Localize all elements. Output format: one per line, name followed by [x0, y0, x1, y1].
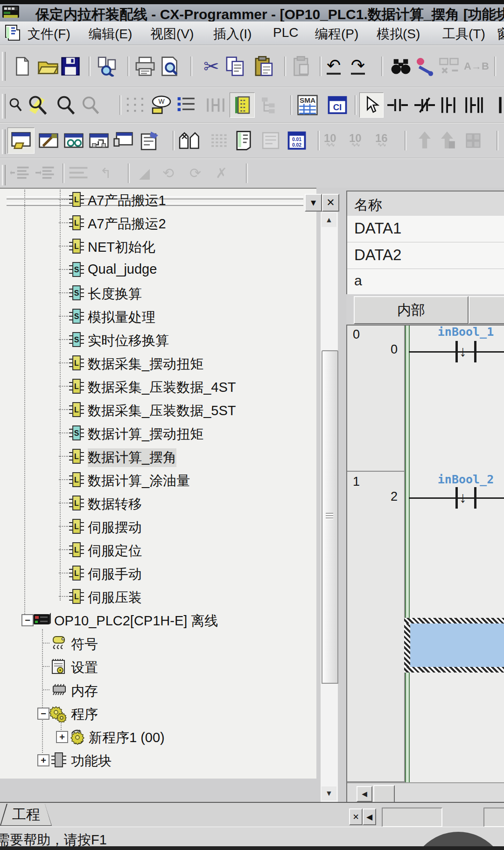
- scroll-left-button[interactable]: ◀: [357, 786, 372, 802]
- tree-item[interactable]: SQual_judge: [0, 258, 316, 281]
- prev-pane-button[interactable]: ◀: [363, 808, 376, 825]
- menu-plc[interactable]: PLC: [273, 25, 298, 40]
- collapse-toggle[interactable]: −: [21, 614, 34, 626]
- variable-row[interactable]: a: [347, 269, 504, 295]
- tree-item[interactable]: S模拟量处理: [0, 305, 316, 328]
- tree-item[interactable]: +新程序1 (00): [0, 725, 316, 748]
- set-mark-icon[interactable]: ◢: [139, 166, 150, 180]
- variable-row[interactable]: DATA1: [347, 216, 504, 242]
- h-scrollbar-thumb[interactable]: [373, 785, 395, 803]
- fb-parts-icon[interactable]: [177, 130, 200, 151]
- a-to-b-icon[interactable]: A→B: [464, 62, 489, 71]
- base-signed-decimal-icon[interactable]: 10∿∿: [349, 134, 362, 148]
- tree-item[interactable]: LA7产品搬运2: [0, 211, 316, 234]
- toolbar-handle[interactable]: [2, 129, 6, 154]
- selection-block[interactable]: [410, 623, 504, 667]
- paste-icon[interactable]: [254, 56, 274, 77]
- print-preview-icon[interactable]: [160, 56, 179, 77]
- tree-item[interactable]: L伺服手动: [0, 561, 316, 585]
- select-mode-icon[interactable]: [359, 92, 384, 118]
- zoom-out-icon[interactable]: [81, 95, 100, 115]
- new-vertical-closed-contact-icon[interactable]: [464, 96, 484, 114]
- tree-item[interactable]: L数据采集_压装数据_5ST: [0, 398, 316, 421]
- tree-item[interactable]: −程序: [0, 701, 316, 725]
- paste-special-icon[interactable]: [291, 56, 312, 77]
- menu-edit[interactable]: 编辑(E): [89, 25, 132, 43]
- mdi-child-icon[interactable]: [4, 24, 21, 44]
- new-closed-contact-icon[interactable]: [414, 96, 435, 114]
- toolbar-handle[interactable]: [2, 94, 6, 119]
- tab-next-partial[interactable]: [469, 296, 504, 324]
- open-file-icon[interactable]: [37, 57, 59, 76]
- zoom-edit-icon[interactable]: [27, 95, 49, 115]
- tree-item[interactable]: +功能块: [0, 748, 316, 772]
- compare-icon[interactable]: [439, 56, 459, 77]
- workspace-window-icon[interactable]: [7, 128, 35, 154]
- go-to-rung-icon[interactable]: ↰: [100, 166, 112, 180]
- menu-file[interactable]: 文件(F): [28, 25, 70, 43]
- find-icon[interactable]: [390, 57, 412, 76]
- tab-internal[interactable]: 内部: [354, 296, 469, 324]
- zoom-in-icon[interactable]: [56, 95, 76, 115]
- monitor-pause-icon[interactable]: [438, 130, 456, 151]
- show-comment-list-icon[interactable]: [176, 95, 197, 115]
- scroll-up-button[interactable]: ▲: [322, 213, 336, 227]
- io-comment-icon[interactable]: [233, 130, 254, 151]
- indent-rung-icon[interactable]: [35, 165, 55, 182]
- tree-item[interactable]: LNET初始化: [0, 234, 316, 258]
- menu-tools[interactable]: 工具(T): [442, 25, 485, 43]
- tree-item[interactable]: L伺服摆动: [0, 515, 316, 538]
- base-decimal-icon[interactable]: 10∿∿: [324, 134, 336, 148]
- variable-table-header[interactable]: 名称: [346, 191, 504, 217]
- tree-item[interactable]: −OP10_PLC2[CP1H-E] 离线: [0, 608, 316, 631]
- menu-insert[interactable]: 插入(I): [213, 25, 252, 43]
- address-reference-window-icon[interactable]: [113, 131, 133, 150]
- tree-item[interactable]: L数据采集_压装数据_4ST: [0, 375, 316, 398]
- tree-item[interactable]: S长度换算: [0, 281, 316, 305]
- clear-marks-icon[interactable]: ✗: [216, 166, 227, 180]
- tree-item[interactable]: L数据计算_涂油量: [0, 468, 316, 491]
- menu-program[interactable]: 编程(P): [315, 25, 358, 43]
- outdent-rung-icon[interactable]: [10, 165, 30, 182]
- tree-item[interactable]: LA7产品搬运1: [0, 188, 316, 211]
- cross-reference-window-icon[interactable]: [89, 131, 109, 150]
- smart-input-icon[interactable]: SMA: [297, 94, 318, 116]
- new-file-icon[interactable]: [13, 56, 32, 77]
- grid-icon[interactable]: [125, 96, 146, 114]
- new-wire-icon[interactable]: [497, 96, 504, 114]
- ladder-h-scrollbar[interactable]: ◀: [347, 782, 504, 803]
- scroll-down-button[interactable]: ▼: [322, 786, 336, 800]
- tree-item[interactable]: 设置: [0, 655, 316, 678]
- save-file-icon[interactable]: [61, 57, 80, 76]
- redo-icon[interactable]: ↷: [351, 57, 365, 74]
- ci-window-icon[interactable]: CI: [328, 96, 347, 114]
- toolbar-handle[interactable]: [2, 52, 6, 81]
- tree-scrollbar[interactable]: ▲ ▼: [320, 212, 338, 802]
- expand-toggle[interactable]: +: [56, 731, 68, 743]
- tree-item[interactable]: L数据转移: [0, 491, 316, 515]
- new-vertical-contact-icon[interactable]: [439, 96, 459, 114]
- rung-wrap-icon[interactable]: [205, 96, 226, 114]
- tree-item[interactable]: L数据计算_摆角: [0, 445, 316, 468]
- project-tab[interactable]: 工程: [1, 804, 51, 825]
- collapse-toggle[interactable]: −: [37, 708, 49, 720]
- tree-item[interactable]: L伺服定位: [0, 538, 316, 561]
- cut-icon[interactable]: ✂: [203, 57, 219, 76]
- tree-item[interactable]: S数据计算_摆动扭矩: [0, 421, 316, 445]
- variable-row[interactable]: DATA2: [347, 242, 504, 269]
- zoom-small-icon[interactable]: [8, 97, 22, 113]
- monitor-run-icon[interactable]: [415, 130, 434, 151]
- network-icon[interactable]: [209, 131, 230, 150]
- menu-window[interactable]: 窗: [497, 25, 504, 43]
- monitor-data-icon[interactable]: [463, 130, 483, 151]
- new-contact-icon[interactable]: [387, 96, 408, 114]
- tree-view-icon[interactable]: [259, 96, 278, 114]
- prev-mark-icon[interactable]: ⟲: [162, 166, 174, 180]
- properties-icon[interactable]: [139, 130, 161, 151]
- output-window-icon[interactable]: [38, 131, 59, 150]
- undo-icon[interactable]: ↶: [327, 57, 341, 74]
- rung-list-icon[interactable]: [68, 165, 89, 181]
- tree-item[interactable]: L伺服压装: [0, 585, 316, 608]
- base-hex-icon[interactable]: 16∿∿: [375, 134, 388, 148]
- rung-comment-icon[interactable]: W: [150, 95, 173, 115]
